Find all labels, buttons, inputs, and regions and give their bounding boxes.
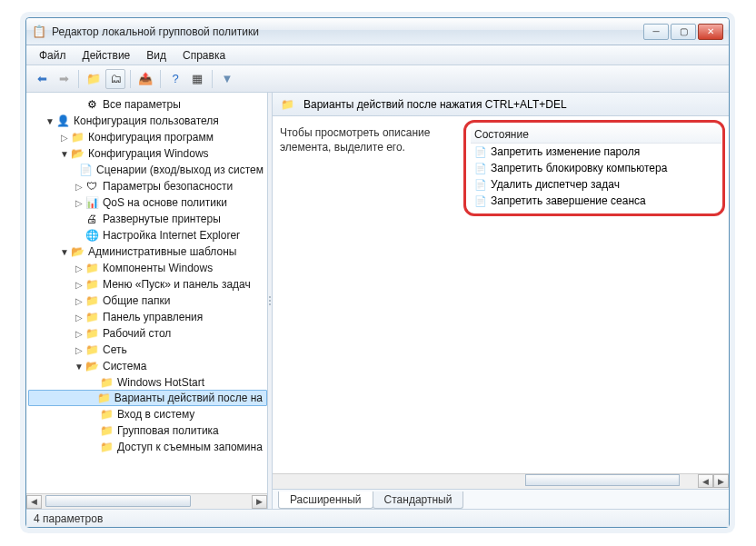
tree-node-label: Сеть [103,343,127,356]
expand-toggle-icon[interactable]: ▼ [74,362,85,372]
tree-item[interactable]: 📁Доступ к съемным запомина [28,439,267,455]
tree-item[interactable]: 🖨Развернутые принтеры [28,211,267,227]
tree-item[interactable]: ▷📁Меню «Пуск» и панель задач [28,276,267,293]
up-button[interactable]: 📁 [84,69,104,89]
back-button[interactable]: ⬅ [32,69,52,89]
forward-button[interactable]: ➡ [54,69,74,89]
expand-toggle-icon[interactable]: ▷ [74,198,85,208]
content-hscrollbar[interactable]: ◀ ▶ [273,473,729,489]
status-text: 4 параметров [34,512,103,525]
tree-item[interactable]: ▼📂Система [28,358,267,374]
tree-node-icon: 📄 [79,163,93,177]
properties-button[interactable]: ▦ [187,69,207,89]
tree-node-label: Настройка Internet Explorer [103,229,240,242]
scroll-thumb[interactable] [45,495,191,507]
tree-item[interactable]: 📁Windows HotStart [28,374,267,391]
setting-label: Запретить блокировку компьютера [491,162,667,174]
setting-item[interactable]: 📄Запретить изменение пароля [471,144,721,160]
setting-icon: 📄 [474,194,487,207]
tree-item[interactable]: ⚙Все параметры [28,96,267,113]
menu-view[interactable]: Вид [139,47,174,64]
tree-item[interactable]: ▼👤Конфигурация пользователя [28,113,267,129]
menu-file[interactable]: Файл [32,47,74,64]
tree-node-label: Панель управления [103,311,203,323]
expand-toggle-icon[interactable]: ▷ [74,263,85,273]
tab-standard[interactable]: Стандартный [373,491,464,509]
tree-node-icon: 📁 [99,375,114,390]
maximize-button[interactable]: ▢ [671,24,696,40]
tree-node-icon: 📂 [70,244,85,259]
tree-node-icon: 👤 [55,114,70,128]
tree-item[interactable]: ▷📁Сеть [28,342,267,358]
help-button[interactable]: ? [165,69,185,89]
tree-node-icon: 📁 [85,293,99,308]
setting-icon: 📄 [474,162,487,174]
titlebar[interactable]: 📋 Редактор локальной групповой политики … [26,18,729,45]
scroll-left-icon[interactable]: ◀ [698,474,713,488]
tree-item[interactable]: ▷📁Рабочий стол [28,325,267,342]
tree-node-icon: 📁 [99,423,114,438]
tree-item[interactable]: ▷📁Общие папки [28,293,267,309]
tree-item[interactable]: 📁Групповая политика [28,422,267,439]
expand-toggle-icon[interactable]: ▷ [74,329,85,339]
expand-toggle-icon[interactable]: ▷ [74,182,85,192]
tree-item[interactable]: ▼📂Административные шаблоны [28,243,267,260]
close-button[interactable]: ✕ [698,24,723,40]
tree-item[interactable]: ▷📁Компоненты Windows [28,260,267,276]
tree-node-icon: 📁 [70,130,85,144]
tree-item[interactable]: ▷📁Панель управления [28,309,267,325]
filter-button[interactable]: ▼ [217,69,237,89]
app-window: 📋 Редактор локальной групповой политики … [25,17,730,528]
tree-hscrollbar[interactable]: ◀ ▶ [26,493,267,509]
setting-item[interactable]: 📄Запретить блокировку компьютера [471,160,721,176]
tree-node-label: Рабочий стол [103,327,171,340]
description-text: Чтобы просмотреть описание элемента, выд… [280,125,462,473]
scroll-right-icon[interactable]: ▶ [713,474,729,488]
expand-toggle-icon[interactable]: ▼ [59,247,70,257]
menu-help[interactable]: Справка [175,47,233,64]
expand-toggle-icon[interactable]: ▷ [74,280,85,290]
tree-item[interactable]: 📁Варианты действий после на [28,390,267,406]
column-header[interactable]: Состояние [471,125,721,144]
expand-toggle-icon[interactable]: ▷ [74,296,85,306]
tree-node-label: Конфигурация пользователя [74,114,219,127]
setting-icon: 📄 [474,178,487,191]
scroll-left-icon[interactable]: ◀ [26,495,42,509]
tree-item[interactable]: ▷📁Конфигурация программ [28,129,267,145]
tree-node-label: Административные шаблоны [88,245,236,258]
tree-item[interactable]: ▼📂Конфигурация Windows [28,145,267,162]
toolbar: ⬅ ➡ 📁 🗂 📤 ? ▦ ▼ [26,65,729,93]
tree-item[interactable]: 📁Вход в систему [28,406,267,422]
expand-toggle-icon[interactable]: ▷ [74,313,85,323]
setting-label: Запретить изменение пароля [491,145,640,158]
tree-item[interactable]: 🌐Настройка Internet Explorer [28,227,267,243]
tree-item[interactable]: ▷📊QoS на основе политики [28,194,267,211]
statusbar: 4 параметров [26,509,729,527]
setting-item[interactable]: 📄Запретить завершение сеанса [471,193,721,209]
tree-node-icon: 📁 [85,261,99,275]
tree-node-icon: 📁 [85,277,99,292]
tree-node-icon: ⚙ [85,97,99,112]
right-pane: 📁 Варианты действий после нажатия CTRL+A… [273,93,729,509]
tree-item[interactable]: 📄Сценарии (вход/выход из систем [28,162,267,178]
expand-toggle-icon[interactable]: ▼ [45,116,55,126]
scroll-thumb[interactable] [525,474,680,486]
export-button[interactable]: 📤 [135,69,155,89]
tree-node-label: Групповая политика [117,424,219,437]
tree[interactable]: ⚙Все параметры▼👤Конфигурация пользовател… [26,93,267,492]
setting-item[interactable]: 📄Удалить диспетчер задач [471,176,721,193]
tree-node-label: QoS на основе политики [103,196,227,209]
tree-node-label: Конфигурация Windows [88,147,209,160]
scroll-right-icon[interactable]: ▶ [252,495,267,509]
tree-item[interactable]: ▷🛡Параметры безопасности [28,178,267,194]
menu-action[interactable]: Действие [75,47,138,64]
show-tree-button[interactable]: 🗂 [105,69,125,89]
tab-extended[interactable]: Расширенный [278,491,373,509]
tree-node-label: Варианты действий после на [114,392,263,404]
tree-node-label: Все параметры [103,98,181,111]
minimize-button[interactable]: ─ [643,24,669,40]
expand-toggle-icon[interactable]: ▷ [74,345,85,355]
tab-bar: Расширенный Стандартный [273,489,729,509]
expand-toggle-icon[interactable]: ▷ [59,133,70,143]
expand-toggle-icon[interactable]: ▼ [59,149,70,159]
